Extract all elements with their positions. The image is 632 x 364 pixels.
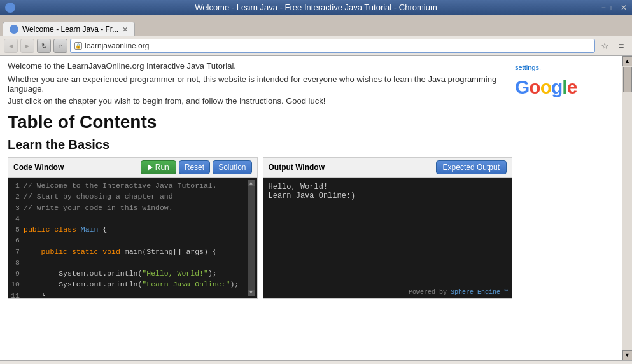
play-icon [148,164,153,171]
window-title: Welcome - Learn Java - Free Interactive … [195,3,437,12]
section-heading: Learn the Basics [8,137,512,152]
reset-btn[interactable]: Reset [179,160,210,174]
tab-label: Welcome - Learn Java - Fr... [22,25,118,34]
output-window: Hello, World! Learn Java Online:) Powere… [263,178,512,298]
sidebar-settings-text: settings. [515,64,612,71]
back-btn[interactable]: ◄ [4,39,18,53]
page-content: Welcome to the LearnJavaOnline.org Inter… [0,56,622,360]
line-numbers: 1234 5678 9101112 1314 [11,180,24,296]
google-logo: Google [515,76,612,98]
sphere-engine-link[interactable]: Sphere Engine ™ [451,289,508,296]
output-panel-title: Output Window [269,163,325,172]
address-bar: ◄ ► ↻ ⌂ 🔒 learnjavaonline.org ☆ ≡ [0,36,632,56]
code-section: Code Window Run Reset Solution [8,157,512,299]
settings-link[interactable]: settings. [515,64,541,71]
code-panel-header: Code Window Run Reset Solution [8,158,257,178]
g-letter-4: g [551,76,562,97]
scroll-track[interactable] [622,66,632,350]
main-content: Welcome to the LearnJavaOnline.org Inter… [8,61,512,299]
tab-welcome[interactable]: Welcome - Learn Java - Fr... ✕ [3,22,135,36]
tab-favicon [10,25,18,34]
code-line: public class Main { [24,224,248,235]
output-line-2: Learn Java Online:) [269,192,507,200]
intro-text-1: Welcome to the LearnJavaOnline.org Inter… [8,61,512,71]
url-bar[interactable]: 🔒 learnjavaonline.org [70,39,595,53]
code-scrollbar[interactable]: ▲ ▼ [248,180,255,296]
browser-body: Welcome to the LearnJavaOnline.org Inter… [0,56,632,360]
status-bar: Copyright © LearnJavaOnline.org. Read ou… [0,360,632,364]
forward-btn[interactable]: ► [20,39,34,53]
g-letter-3: o [540,76,551,97]
reload-btn[interactable]: ↻ [37,39,51,53]
code-window[interactable]: 1234 5678 9101112 1314 // Welcome to the… [8,178,257,298]
url-text: learnjavaonline.org [85,41,149,50]
code-line [24,213,248,224]
code-line [24,257,248,268]
code-btn-group: Run Reset Solution [141,160,252,174]
g-letter-2: o [529,76,540,97]
scroll-down-btn[interactable]: ▼ [622,350,633,360]
g-letter-5: l [562,76,566,97]
output-line-1: Hello, World! [269,183,507,192]
code-line: public static void main(String[] args) { [24,246,248,257]
code-panel: Code Window Run Reset Solution [8,157,258,299]
intro-text-3: Just click on the chapter you wish to be… [8,96,512,106]
tab-bar: Welcome - Learn Java - Fr... ✕ [0,15,632,36]
g-letter-6: e [567,76,577,97]
expected-output-btn[interactable]: Expected Output [436,160,507,174]
home-btn[interactable]: ⌂ [53,39,67,53]
powered-by: Powered by Sphere Engine ™ [409,289,508,296]
code-line: // write your code in this window. [24,202,248,213]
intro-text-2: Whether you are an experienced programme… [8,74,512,94]
bookmark-star-btn[interactable]: ☆ [598,39,612,53]
code-line: } [24,290,248,297]
solution-btn[interactable]: Solution [213,160,251,174]
code-line: // Start by choosing a chapter and [24,191,248,202]
close-btn[interactable]: ✕ [621,3,627,12]
tab-close-btn[interactable]: ✕ [122,25,128,34]
browser-icon [5,3,15,13]
minimize-btn[interactable]: − [601,3,606,12]
code-panel-title: Code Window [13,163,64,172]
right-scrollbar[interactable]: ▲ ▼ [622,56,632,360]
scroll-thumb[interactable] [623,67,632,92]
page-with-sidebar: Welcome to the LearnJavaOnline.org Inter… [8,61,614,299]
sidebar: settings. Google [512,61,614,299]
code-line: System.out.println("Hello, World!"); [24,268,248,279]
output-panel-header: Output Window Expected Output [263,158,512,178]
run-btn[interactable]: Run [141,160,176,174]
title-bar: Welcome - Learn Java - Free Interactive … [0,0,632,15]
code-line: System.out.println("Learn Java Online:")… [24,279,248,290]
g-letter-1: G [515,76,529,97]
scroll-up-btn[interactable]: ▲ [622,56,633,66]
code-line [24,235,248,246]
code-line: // Welcome to the Interactive Java Tutor… [24,180,248,191]
maximize-btn[interactable]: □ [611,3,615,12]
security-icon: 🔒 [74,42,82,50]
window-controls: − □ ✕ [601,3,627,12]
toc-heading: Table of Contents [8,112,512,132]
output-panel: Output Window Expected Output Hello, Wor… [263,157,513,299]
code-lines: // Welcome to the Interactive Java Tutor… [24,180,248,296]
menu-btn[interactable]: ≡ [614,39,628,53]
